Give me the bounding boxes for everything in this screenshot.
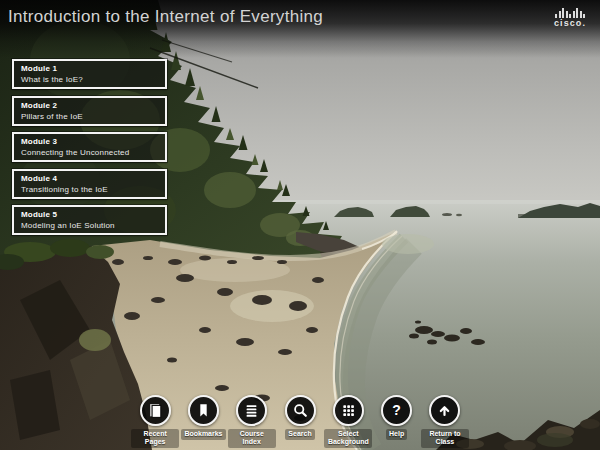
question-icon: ? xyxy=(392,403,401,417)
tool-label: Course Index xyxy=(228,429,276,448)
tool-label: Bookmarks xyxy=(181,429,225,440)
module-subtitle: Transitioning to the IoE xyxy=(21,185,158,195)
bookmark-icon xyxy=(195,402,212,419)
course-index-button[interactable]: Course Index xyxy=(228,395,276,448)
module-4-button[interactable]: Module 4 Transitioning to the IoE xyxy=(12,169,167,199)
bottom-toolbar: Recent Pages Bookmarks Course Index xyxy=(131,395,469,448)
module-title: Module 2 xyxy=(21,101,158,111)
tool-label: Recent Pages xyxy=(131,429,179,448)
pages-icon xyxy=(147,402,164,419)
cisco-logo: cisco. xyxy=(549,8,591,28)
module-subtitle: Connecting the Unconnected xyxy=(21,148,158,158)
list-icon xyxy=(243,402,260,419)
module-2-button[interactable]: Module 2 Pillars of the IoE xyxy=(12,96,167,126)
header-bar: Introduction to the Internet of Everythi… xyxy=(0,0,600,58)
select-background-button[interactable]: Select Background xyxy=(324,395,372,448)
module-3-button[interactable]: Module 3 Connecting the Unconnected xyxy=(12,132,167,162)
page-title: Introduction to the Internet of Everythi… xyxy=(8,7,323,27)
cisco-bridge-icon xyxy=(549,8,591,18)
tool-label: Return to Class xyxy=(421,429,469,448)
module-subtitle: What is the IoE? xyxy=(21,75,158,85)
module-title: Module 1 xyxy=(21,64,158,74)
module-subtitle: Modeling an IoE Solution xyxy=(21,221,158,231)
grid-icon xyxy=(340,402,357,419)
bookmarks-button[interactable]: Bookmarks xyxy=(179,395,227,448)
module-title: Module 3 xyxy=(21,137,158,147)
tool-label: Select Background xyxy=(324,429,372,448)
search-button[interactable]: Search xyxy=(276,395,324,448)
module-title: Module 5 xyxy=(21,210,158,220)
up-arrow-icon xyxy=(436,402,453,419)
module-subtitle: Pillars of the IoE xyxy=(21,112,158,122)
module-5-button[interactable]: Module 5 Modeling an IoE Solution xyxy=(12,205,167,235)
module-list: Module 1 What is the IoE? Module 2 Pilla… xyxy=(12,59,167,242)
recent-pages-button[interactable]: Recent Pages xyxy=(131,395,179,448)
course-home-screen: Introduction to the Internet of Everythi… xyxy=(0,0,600,450)
return-to-class-button[interactable]: Return to Class xyxy=(421,395,469,448)
tool-label: Search xyxy=(285,429,314,440)
cisco-logo-text: cisco. xyxy=(549,19,591,28)
help-button[interactable]: ? Help xyxy=(372,395,420,448)
module-1-button[interactable]: Module 1 What is the IoE? xyxy=(12,59,167,89)
tool-label: Help xyxy=(386,429,407,440)
module-title: Module 4 xyxy=(21,174,158,184)
search-icon xyxy=(292,402,309,419)
